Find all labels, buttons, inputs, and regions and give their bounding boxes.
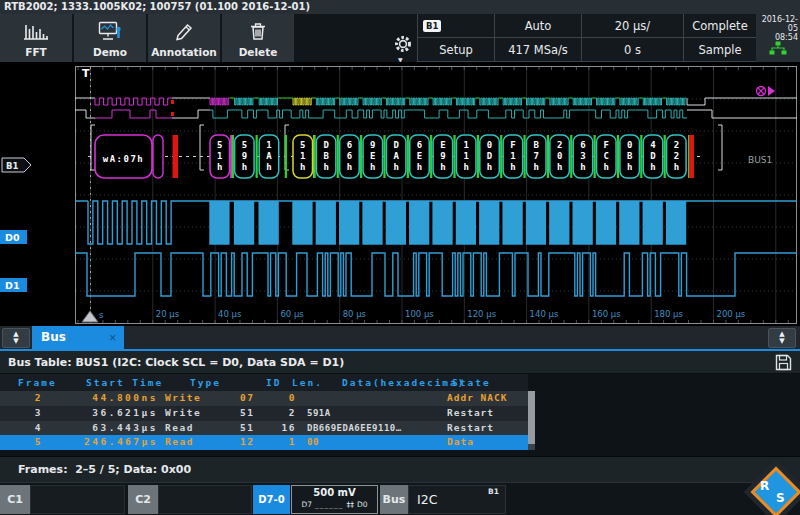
inactive-bits: ______ (315, 499, 344, 510)
cell-state: Data (447, 435, 474, 450)
status-cell-timebase[interactable]: 20 µs/ (582, 14, 684, 38)
svg-text:wA:07h: wA:07h (103, 154, 145, 164)
cell-len: 2 (258, 406, 296, 421)
bus-table: FrameStart TimeTypeIDLen.Data(hexadecima… (0, 374, 800, 456)
ack-bar (547, 135, 549, 178)
cell-data: DB669EDA6EE9110… (307, 421, 402, 436)
channel-c1-button[interactable]: C1 (0, 485, 30, 514)
window-title: RTB2002; 1333.1005K02; 100757 (01.100 20… (0, 0, 800, 14)
cell-frame: 5 (8, 435, 42, 450)
bus-table-title: Bus Table: BUS1 (I2C: Clock SCL = D0, Da… (0, 351, 800, 374)
svg-text:4Dh: 4Dh (650, 140, 656, 172)
down-arrow-icon: ▼ (779, 338, 784, 345)
cell-state: Restart (447, 421, 494, 436)
ack-bar (256, 135, 258, 178)
waveform-display[interactable]: T wA:07h51h59h1Ah51hDBh66h9EhDAh6EhE9h11… (0, 62, 800, 326)
channel-c1-slot[interactable] (30, 485, 125, 514)
toolbar: FFT Demo Annotation (0, 14, 800, 62)
time-axis-label: 200 µs (717, 309, 746, 319)
decode-byte-bubble: 22h (667, 135, 687, 178)
table-scrollbar-thumb[interactable] (528, 391, 535, 444)
status-cell-acq-state[interactable]: Complete (684, 14, 757, 38)
b1-bus-marker[interactable]: B1 (2, 158, 31, 172)
channel-c2-slot[interactable] (158, 485, 252, 514)
cell-state: Restart (447, 406, 494, 421)
decode-byte-bubble: 0Bh (620, 135, 640, 178)
traces (75, 98, 797, 296)
demo-button[interactable]: Demo (74, 14, 146, 62)
bus-protocol-panel[interactable]: I2C B1 (408, 485, 506, 514)
time-axis-label: 160 µs (592, 309, 621, 319)
tab-bus[interactable]: Bus × (32, 326, 124, 349)
svg-text:F1h: F1h (510, 140, 515, 172)
svg-text:D1: D1 (5, 280, 20, 291)
decode-byte-bubble: 59h (235, 135, 255, 178)
trash-icon (245, 20, 271, 42)
annotation-button[interactable]: Annotation (148, 14, 220, 62)
trigger-marker-label[interactable]: T (82, 67, 90, 80)
svg-text:63h: 63h (580, 140, 585, 172)
decode-byte-bubble: FCh (597, 135, 617, 178)
datetime-panel[interactable]: 2016-12-05 08:54 (756, 14, 800, 62)
svg-text:B1: B1 (6, 161, 18, 171)
tab-scroll-up-down-left[interactable]: ▲▼ (2, 328, 30, 348)
fft-button[interactable]: FFT (0, 14, 72, 62)
cell-type: Write (165, 406, 201, 421)
down-arrow-icon: ▼ (13, 338, 18, 345)
status-cell-h-position[interactable]: 0 s (582, 38, 684, 62)
status-cell-acq-type[interactable]: Sample (684, 38, 757, 62)
cell-type: Read (165, 421, 194, 436)
bus-button[interactable]: Bus (380, 485, 408, 514)
column-header: Type (190, 374, 221, 391)
cell-frame: 2 (8, 391, 42, 406)
save-icon[interactable] (775, 354, 792, 371)
time-axis-label: 40 µs (218, 309, 242, 319)
delete-button[interactable]: Delete (222, 14, 294, 62)
digital-channel-panel[interactable]: 500 mV D7______‡‡D0 (291, 485, 378, 514)
bus-table-row[interactable]: 336.621µsWrite512591ARestart (0, 406, 528, 421)
time-reference-triangle[interactable] (82, 311, 98, 322)
decode-byte-bubble: 51h (293, 135, 313, 178)
ack-bar (285, 135, 287, 178)
result-tab-bar: ▲▼ Bus × ▲▼ (0, 326, 800, 351)
date-text: 2016-12-05 (756, 15, 798, 33)
bus-table-row[interactable]: 463.443µsRead5116DB669EDA6EE9110…Restart (0, 421, 528, 436)
ack-bar (313, 135, 315, 178)
decode-byte-bubble: 6Eh (410, 135, 430, 178)
d1-channel-label[interactable]: D1 (0, 278, 27, 292)
tab-close-icon[interactable]: × (109, 326, 117, 349)
channel-c2-button[interactable]: C2 (128, 485, 158, 514)
time-axis-label: 100 µs (405, 309, 434, 319)
reference-marker-icon[interactable] (757, 86, 776, 96)
annotation-button-label: Annotation (151, 46, 217, 58)
status-cell-setup[interactable]: Setup (418, 38, 495, 62)
ack-bar (617, 135, 619, 178)
cell-type: Write (165, 391, 201, 406)
status-grid: B1 Auto 20 µs/ Complete Setup 417 MSa/s … (417, 14, 756, 62)
tab-scroll-up-down-right[interactable]: ▲▼ (768, 328, 796, 348)
ack-bar (640, 135, 642, 178)
ack-bar (232, 135, 234, 178)
digital-d70-button[interactable]: D7-0 (253, 485, 290, 514)
settings-gear-button[interactable] (392, 33, 414, 55)
cell-start: 63.443µs (44, 421, 158, 436)
table-scrollbar[interactable] (528, 391, 535, 450)
sda-mini-trace (75, 110, 797, 118)
d0-channel-label[interactable]: D0 (0, 230, 27, 244)
status-cell-acq-mode[interactable]: Auto (495, 14, 582, 38)
status-cell-bus[interactable]: B1 (418, 14, 495, 38)
bus-table-row[interactable]: 244.800nsWrite070Addr NACK (0, 391, 528, 406)
ack-bar (594, 135, 596, 178)
bus-table-row[interactable]: 5246.467µsRead12100Data (0, 435, 528, 450)
ack-bar (430, 135, 432, 178)
bus-b1-tag: B1 (488, 487, 499, 496)
svg-text:22h: 22h (674, 140, 679, 172)
status-cell-sample-rate[interactable]: 417 MSa/s (495, 38, 582, 62)
ack-bar (407, 135, 409, 178)
digital-bits-row: D7______‡‡D0 (292, 499, 377, 510)
rohde-schwarz-logo: R S (746, 462, 800, 515)
axis-zero-label: s (99, 310, 104, 320)
cell-len: 0 (258, 391, 296, 406)
logo-letter-r: R (760, 479, 769, 493)
cell-start: 246.467µs (44, 435, 158, 450)
